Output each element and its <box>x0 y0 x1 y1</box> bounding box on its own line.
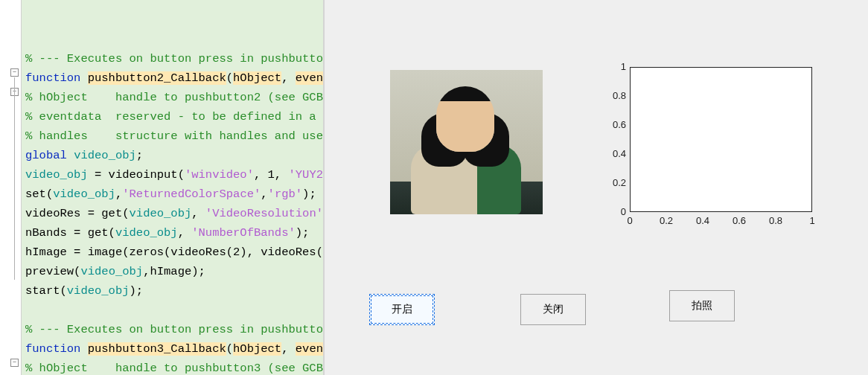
code-line[interactable]: % hObject handle to pushbutton3 (see GCB… <box>25 359 325 375</box>
code-line[interactable]: video_obj = videoinput('winvideo', 1, 'Y… <box>25 165 325 185</box>
plot-axes: 00.20.40.60.81 00.20.40.60.81 <box>604 63 816 231</box>
code-line[interactable]: set(video_obj,'ReturnedColorSpace','rgb'… <box>25 185 325 204</box>
fold-line <box>14 77 15 280</box>
y-tick-label: 1 <box>605 61 626 72</box>
y-tick-label: 0.2 <box>605 177 626 188</box>
code-line[interactable] <box>25 301 325 320</box>
y-tick-label: 0.8 <box>605 90 626 101</box>
editor-gutter <box>0 0 22 375</box>
x-tick-label: 0.8 <box>765 215 787 226</box>
x-tick-label: 0 <box>619 215 641 226</box>
fold-toggle-icon[interactable] <box>10 359 19 367</box>
code-line[interactable]: preview(video_obj,hImage); <box>25 262 325 281</box>
x-tick-label: 0.6 <box>728 215 750 226</box>
code-line[interactable]: global video_obj; <box>25 146 325 165</box>
x-tick-label: 0.2 <box>655 215 677 226</box>
glasses-icon <box>450 122 482 132</box>
plot-area <box>630 67 812 212</box>
fold-toggle-icon[interactable] <box>10 68 19 77</box>
code-line[interactable] <box>25 30 325 49</box>
y-tick-label: 0.4 <box>605 148 626 159</box>
close-button[interactable]: 关闭 <box>520 294 586 325</box>
code-line[interactable]: % --- Executes on button press in pushbu… <box>25 49 325 68</box>
code-line[interactable]: hImage = image(zeros(videoRes(2), videoR… <box>25 243 325 262</box>
x-tick-label: 1 <box>801 215 823 226</box>
snap-button[interactable]: 拍照 <box>669 290 735 321</box>
code-line[interactable]: % eventdata reserved - to be defined in … <box>25 107 325 126</box>
open-button[interactable]: 开启 <box>369 294 435 325</box>
code-line[interactable]: % --- Executes on button press in pushbu… <box>25 320 325 339</box>
code-editor[interactable]: % --- Executes on button press in pushbu… <box>0 0 325 375</box>
x-tick-label: 0.4 <box>692 215 714 226</box>
code-line[interactable]: start(video_obj); <box>25 281 325 301</box>
code-line[interactable]: function pushbutton3_Callback(hObject, e… <box>25 339 325 359</box>
code-line[interactable]: % hObject handle to pushbutton2 (see GCB… <box>25 88 325 107</box>
code-line[interactable]: nBands = get(video_obj, 'NumberOfBands')… <box>25 223 325 243</box>
y-tick-label: 0.6 <box>605 119 626 130</box>
code-line[interactable]: function pushbutton2_Callback(hObject, e… <box>25 68 325 88</box>
code-lines[interactable]: % --- Executes on button press in pushbu… <box>25 30 325 375</box>
webcam-preview <box>390 70 543 214</box>
code-line[interactable]: % handles structure with handles and use… <box>25 126 325 146</box>
code-line[interactable]: videoRes = get(video_obj, 'VideoResoluti… <box>25 204 325 223</box>
gui-figure: 00.20.40.60.81 00.20.40.60.81 开启 关闭 拍照 <box>325 0 868 375</box>
